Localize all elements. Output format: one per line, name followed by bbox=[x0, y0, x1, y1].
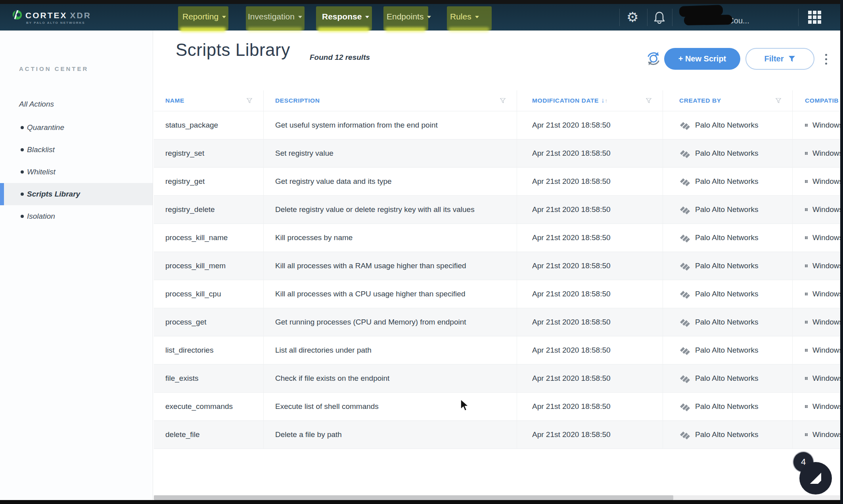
column-header-label: CREATED BY bbox=[679, 97, 721, 104]
windows-icon bbox=[805, 317, 808, 327]
column-filter-funnel-icon[interactable] bbox=[646, 98, 651, 103]
sort-desc-icon[interactable]: ↓↑ bbox=[601, 97, 608, 105]
cortex-logo-icon bbox=[12, 10, 23, 20]
chevron-down-icon bbox=[475, 16, 479, 18]
compatible-os-label: Windows bbox=[812, 346, 843, 355]
bullet-icon bbox=[21, 215, 24, 218]
column-header-label: MODIFICATION DATE bbox=[532, 97, 599, 104]
table-header-row: NAMEDESCRIPTIONMODIFICATION DATE↓↑CREATE… bbox=[154, 90, 843, 111]
refresh-icon[interactable] bbox=[645, 50, 662, 67]
topbar-divider bbox=[672, 9, 672, 26]
cell-name: process_kill_cpu bbox=[154, 280, 264, 308]
filter-button[interactable]: Filter bbox=[745, 48, 814, 70]
cell-created-by: Palo Alto Networks bbox=[663, 196, 793, 223]
sidebar-item-label: Whitelist bbox=[27, 168, 56, 176]
table-row-file_exists[interactable]: file_existsCheck if file exists on the e… bbox=[154, 364, 843, 392]
created-by-label: Palo Alto Networks bbox=[695, 262, 758, 270]
cell-compatible-os: Windows bbox=[793, 139, 843, 167]
table-row-process_kill_mem[interactable]: process_kill_memKill all processes with … bbox=[154, 252, 843, 280]
palo-alto-logo-icon bbox=[679, 346, 691, 355]
table-row-process_kill_cpu[interactable]: process_kill_cpuKill all processes with … bbox=[154, 280, 843, 308]
nav-item-label: Response bbox=[322, 12, 369, 21]
table-row-registry_get[interactable]: registry_getGet registry value data and … bbox=[154, 167, 843, 195]
windows-icon bbox=[805, 345, 808, 355]
bullet-icon bbox=[21, 193, 24, 196]
table-row-execute_commands[interactable]: execute_commandsExecute list of shell co… bbox=[154, 392, 843, 420]
created-by-label: Palo Alto Networks bbox=[695, 177, 758, 186]
cell-compatible-os: Windows bbox=[793, 224, 843, 252]
created-by-label: Palo Alto Networks bbox=[695, 402, 758, 411]
cell-name: process_kill_name bbox=[154, 224, 264, 252]
cell-description: Delete registry value or delete registry… bbox=[264, 196, 517, 223]
cell-modification-date: Apr 21st 2020 18:58:50 bbox=[517, 421, 663, 449]
mouse-cursor bbox=[460, 399, 470, 411]
table-row-status_package[interactable]: status_packageGet useful system informat… bbox=[154, 111, 843, 139]
sidebar-item-label: Isolation bbox=[27, 212, 55, 221]
sidebar-item-blacklist[interactable]: Blacklist bbox=[0, 139, 153, 161]
column-header-modification-date[interactable]: MODIFICATION DATE↓↑ bbox=[517, 90, 663, 111]
cell-description: Delete a file by path bbox=[264, 421, 517, 449]
column-filter-funnel-icon[interactable] bbox=[247, 98, 252, 103]
cell-compatible-os: Windows bbox=[793, 393, 843, 420]
windows-icon bbox=[805, 204, 808, 215]
topbar-divider bbox=[798, 9, 799, 26]
sidebar-item-quarantine[interactable]: Quarantine bbox=[0, 116, 153, 139]
nav-item-reporting[interactable]: Reporting bbox=[178, 4, 228, 31]
cell-compatible-os: Windows bbox=[793, 421, 843, 449]
windows-icon bbox=[805, 176, 808, 187]
sidebar-item-all-actions[interactable]: All Actions bbox=[0, 93, 153, 115]
brand-product: XDR bbox=[70, 11, 91, 20]
column-filter-funnel-icon[interactable] bbox=[776, 98, 781, 103]
column-header-name[interactable]: NAME bbox=[154, 90, 264, 111]
table-row-delete_file[interactable]: delete_fileDelete a file by pathApr 21st… bbox=[154, 420, 843, 449]
sidebar-item-isolation[interactable]: Isolation bbox=[0, 205, 153, 227]
chat-launcher-button[interactable] bbox=[799, 462, 832, 494]
column-header-description[interactable]: DESCRIPTION bbox=[264, 90, 517, 111]
selected-indicator-bar bbox=[0, 183, 4, 205]
sidebar-item-label: All Actions bbox=[19, 100, 54, 109]
palo-alto-logo-icon bbox=[679, 402, 691, 411]
created-by-label: Palo Alto Networks bbox=[695, 430, 758, 439]
notifications-bell-icon[interactable] bbox=[653, 11, 665, 24]
letterbox-top bbox=[0, 0, 843, 4]
created-by-label: Palo Alto Networks bbox=[695, 318, 758, 326]
cell-name: process_kill_mem bbox=[154, 252, 264, 280]
compatible-os-label: Windows bbox=[812, 290, 843, 298]
cell-created-by: Palo Alto Networks bbox=[663, 139, 793, 167]
windows-icon bbox=[805, 289, 808, 299]
nav-highlight-underline bbox=[448, 27, 489, 32]
nav-item-label: Rules bbox=[450, 12, 479, 21]
sidebar-item-whitelist[interactable]: Whitelist bbox=[0, 161, 153, 183]
nav-item-endpoints[interactable]: Endpoints bbox=[383, 4, 428, 31]
column-header-created-by[interactable]: CREATED BY bbox=[663, 90, 793, 111]
chevron-down-icon bbox=[427, 16, 431, 18]
gear-icon[interactable]: ⚙ bbox=[627, 10, 638, 24]
cell-name: registry_get bbox=[154, 168, 264, 195]
horizontal-scrollbar-thumb[interactable] bbox=[154, 495, 673, 500]
cell-name: process_get bbox=[154, 308, 264, 336]
table-row-registry_set[interactable]: registry_setSet registry valueApr 21st 2… bbox=[154, 139, 843, 167]
table-row-registry_delete[interactable]: registry_deleteDelete registry value or … bbox=[154, 195, 843, 223]
created-by-label: Palo Alto Networks bbox=[695, 121, 758, 130]
nav-item-response[interactable]: Response bbox=[316, 4, 372, 31]
nav-item-investigation[interactable]: Investigation bbox=[246, 4, 305, 31]
filter-funnel-icon bbox=[788, 55, 795, 62]
column-header-compatib[interactable]: COMPATIB bbox=[793, 90, 843, 111]
table-row-list_directories[interactable]: list_directoriesList all directories und… bbox=[154, 336, 843, 364]
column-filter-funnel-icon[interactable] bbox=[500, 98, 506, 103]
user-account-area[interactable]: er Cou... bbox=[674, 4, 797, 31]
cell-description: Get registry value data and its type bbox=[264, 168, 517, 195]
cell-created-by: Palo Alto Networks bbox=[663, 280, 793, 308]
table-row-process_kill_name[interactable]: process_kill_nameKill processes by nameA… bbox=[154, 223, 843, 252]
sidebar-item-scripts-library[interactable]: Scripts Library bbox=[0, 183, 153, 205]
horizontal-scrollbar-track bbox=[154, 495, 842, 500]
cell-modification-date: Apr 21st 2020 18:58:50 bbox=[517, 280, 663, 308]
table-row-process_get[interactable]: process_getGet running processes (CPU an… bbox=[154, 308, 843, 336]
cell-name: file_exists bbox=[154, 365, 264, 392]
compatible-os-label: Windows bbox=[812, 121, 843, 130]
compatible-os-label: Windows bbox=[812, 430, 843, 439]
nav-item-rules[interactable]: Rules bbox=[447, 4, 492, 31]
apps-grid-icon[interactable] bbox=[808, 11, 821, 24]
new-script-button[interactable]: + New Script bbox=[664, 48, 740, 70]
more-options-kebab-icon[interactable] bbox=[822, 49, 830, 69]
